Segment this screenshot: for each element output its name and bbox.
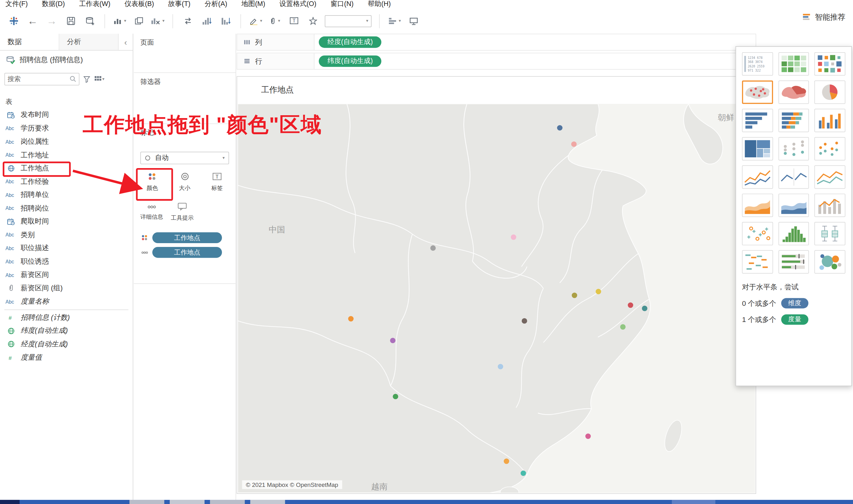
fix-axes-button[interactable] (306, 13, 320, 29)
fit-dropdown[interactable]: ▾ (325, 15, 372, 27)
rows-pill[interactable]: 纬度(自动生成) (319, 55, 382, 67)
show-me-option-text-table[interactable]: 1234 678368 30742620 2559971 322 (742, 52, 773, 76)
undo-button[interactable]: ← (26, 13, 40, 29)
size-button[interactable]: 大小 (174, 170, 196, 194)
menu-item[interactable]: 分析(A) (204, 0, 227, 8)
swap-axes-button[interactable] (180, 13, 195, 29)
show-me-option-treemap[interactable] (742, 137, 773, 161)
svg-text:971 322: 971 322 (747, 69, 761, 72)
show-me-option-side-by-side-bar[interactable] (815, 109, 846, 132)
field-label: 招聘岗位 (21, 203, 49, 213)
search-input[interactable] (7, 75, 62, 83)
sort-descending-button[interactable] (219, 13, 233, 29)
field-row[interactable]: Abc薪资区间 (0, 268, 133, 282)
show-me-option-symbol-map[interactable] (742, 80, 773, 104)
show-me-button[interactable]: 智能推荐 (802, 13, 846, 22)
show-me-option-heat-map[interactable] (815, 52, 846, 76)
svg-text:T: T (292, 18, 295, 24)
show-me-option-line-continuous[interactable] (742, 165, 773, 189)
field-row[interactable]: #招聘信息 (计数) (0, 311, 133, 324)
menu-item[interactable]: 设置格式(O) (279, 0, 316, 8)
view-options-icon[interactable]: ▾ (94, 76, 105, 82)
menu-item[interactable]: 仪表板(B) (124, 0, 154, 8)
tableau-logo-icon (7, 13, 21, 29)
field-row[interactable]: Abc职位描述 (0, 241, 133, 255)
show-me-option-area-discrete[interactable] (778, 194, 809, 217)
field-row[interactable]: Abc职位诱惑 (0, 255, 133, 268)
rows-shelf-row: 行 纬度(自动生成) (237, 53, 756, 70)
field-row[interactable]: Abc类别 (0, 228, 133, 241)
tooltip-button[interactable]: 工具提示 (171, 200, 194, 224)
menu-item[interactable]: 工作表(W) (79, 0, 110, 8)
menu-item[interactable]: 故事(T) (168, 0, 190, 8)
show-me-option-filled-map[interactable] (778, 80, 809, 104)
show-me-option-scatter-plot[interactable] (742, 222, 773, 245)
show-me-option-highlight-table[interactable] (778, 52, 809, 76)
field-row[interactable]: #度量值 (0, 351, 133, 364)
show-me-option-area-continuous[interactable] (742, 194, 773, 217)
datasource-item[interactable]: 招聘信息 (招聘信息) (0, 51, 133, 69)
menu-item[interactable]: 窗口(N) (330, 0, 354, 8)
show-me-option-stacked-bar[interactable] (778, 109, 809, 132)
field-row[interactable]: Abc招聘岗位 (0, 202, 133, 215)
search-box[interactable] (4, 72, 79, 85)
cards-pane: 页面 筛选器 标记 自动 ▾ 颜色大小T标签 详细信息工具提示 工作地点工作地点 (134, 34, 236, 500)
columns-shelf[interactable]: 经度(自动生成) (314, 34, 756, 50)
show-me-option-pie-chart[interactable] (815, 80, 846, 104)
clear-sheet-button[interactable]: ▾ (151, 13, 165, 29)
show-me-option-dual-combination[interactable] (815, 194, 846, 217)
tab-data[interactable]: 数据 (0, 34, 59, 50)
redo-button[interactable]: → (44, 13, 59, 29)
pages-shelf[interactable]: 页面 (134, 34, 236, 73)
show-me-option-horizontal-bar[interactable] (742, 109, 773, 132)
group-members-button[interactable]: ▾ (268, 13, 282, 29)
presentation-mode-button[interactable] (406, 13, 420, 29)
sort-ascending-button[interactable] (200, 13, 214, 29)
highlight-button[interactable]: ▾ (249, 13, 263, 29)
field-label: 招聘单位 (21, 190, 49, 200)
menu-item[interactable]: 地图(M) (241, 0, 265, 8)
show-me-option-bullet-graph[interactable] (778, 250, 809, 273)
show-me-option-circle-view[interactable] (778, 137, 809, 161)
filter-fields-icon[interactable] (83, 75, 90, 82)
field-row[interactable]: Abc度量名称 (0, 295, 133, 308)
menu-item[interactable]: 数据(D) (42, 0, 65, 8)
svg-text:Abc: Abc (5, 232, 14, 238)
save-button[interactable] (63, 13, 78, 29)
new-datasource-button[interactable] (83, 13, 97, 29)
field-label: 纬度(自动生成) (21, 326, 68, 336)
show-me-option-gantt[interactable] (742, 250, 773, 273)
show-me-option-box-and-whisker[interactable] (815, 222, 846, 245)
show-me-option-dual-line[interactable] (815, 165, 846, 189)
field-row[interactable]: Abc工作地址 (0, 148, 133, 161)
field-row[interactable]: 经度(自动生成) (0, 338, 133, 351)
detail-icon (147, 203, 157, 211)
field-row[interactable]: 爬取时间 (0, 215, 133, 228)
show-mark-labels-button[interactable]: T (287, 13, 301, 29)
rows-icon (244, 58, 251, 64)
field-row[interactable]: 薪资区间 (组) (0, 282, 133, 295)
mark-type-dropdown[interactable]: 自动 ▾ (140, 152, 229, 164)
rows-shelf[interactable]: 纬度(自动生成) (314, 53, 756, 69)
show-hide-cards-button[interactable]: ▾ (387, 13, 401, 29)
duplicate-sheet-button[interactable] (132, 13, 146, 29)
field-row[interactable]: 纬度(自动生成) (0, 324, 133, 338)
marks-pill-detail[interactable]: 工作地点 (152, 247, 222, 258)
map-view[interactable]: 朝鲜中国越南 © 2021 Mapbox © OpenStreetMap (238, 104, 755, 492)
show-me-option-side-by-side-circle[interactable] (815, 137, 846, 161)
detail-icon (140, 250, 149, 254)
collapse-pane-button[interactable]: ‹ (119, 34, 133, 50)
show-me-option-packed-bubbles[interactable] (815, 250, 846, 273)
menu-item[interactable]: 帮助(H) (368, 0, 391, 8)
show-me-option-histogram[interactable] (778, 222, 809, 245)
detail-button[interactable]: 详细信息 (140, 200, 163, 224)
dimension-measure-divider (4, 309, 129, 310)
menu-item[interactable]: 文件(F) (5, 0, 28, 8)
show-me-option-line-discrete[interactable] (778, 165, 809, 189)
new-worksheet-button[interactable]: ▾ (113, 13, 127, 29)
field-label: 发布时间 (21, 110, 49, 120)
tab-analytics[interactable]: 分析 (59, 34, 119, 50)
label-button[interactable]: T标签 (206, 170, 228, 194)
marks-pill-color[interactable]: 工作地点 (152, 232, 222, 243)
columns-pill[interactable]: 经度(自动生成) (319, 36, 382, 48)
